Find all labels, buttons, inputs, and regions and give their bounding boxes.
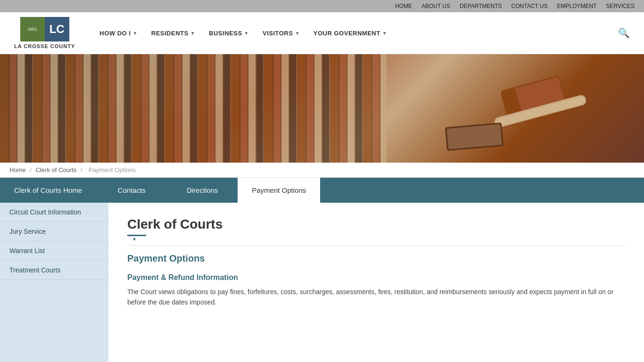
breadcrumb: Home / Clerk of Courts / Payment Options <box>0 163 644 178</box>
section-nav-clerk-home[interactable]: Clerk of Courts Home <box>0 178 96 203</box>
search-button[interactable]: 🔍 <box>618 27 630 39</box>
sidebar-item-jury-service[interactable]: Jury Service <box>0 222 108 241</box>
topbar-home[interactable]: HOME <box>395 3 412 9</box>
logo-initials: LC <box>45 17 69 41</box>
sidebar: Circuit Court Information Jury Service W… <box>0 203 108 362</box>
hero-gavel <box>418 64 606 158</box>
nav-residents[interactable]: RESIDENTS ▼ <box>146 26 201 41</box>
nav-business[interactable]: BUSINESS ▼ <box>203 26 255 41</box>
subsection-title: Payment & Refund Information <box>127 273 625 282</box>
hero-image <box>0 54 644 163</box>
section-nav-payment-options[interactable]: Payment Options <box>238 178 320 203</box>
nav-your-government[interactable]: YOUR GOVERNMENT ▼ <box>308 26 393 41</box>
top-bar: HOME ABOUT US DEPARTMENTS CONTACT US EMP… <box>0 0 644 12</box>
search-icon: 🔍 <box>618 28 630 38</box>
logo-green: 1851 <box>20 17 45 41</box>
breadcrumb-sep-2: / <box>81 166 84 173</box>
topbar-about[interactable]: ABOUT US <box>421 3 450 9</box>
chevron-down-icon: ▼ <box>190 31 195 36</box>
topbar-employment[interactable]: EMPLOYMENT <box>557 3 597 9</box>
sidebar-item-treatment-courts[interactable]: Treatment Courts <box>0 261 108 280</box>
chevron-down-icon: ▼ <box>132 31 137 36</box>
section-nav-directions[interactable]: Directions <box>167 178 238 203</box>
breadcrumb-clerk[interactable]: Clerk of Courts <box>36 166 77 173</box>
section-title: Payment Options <box>127 253 625 264</box>
section-divider-top <box>127 246 625 246</box>
title-underline <box>127 235 146 236</box>
logo-year: 1851 <box>28 27 37 32</box>
topbar-contact[interactable]: CONTACT US <box>512 3 548 9</box>
sidebar-item-circuit-court[interactable]: Circuit Court Information <box>0 203 108 222</box>
page-title: Clerk of Courts <box>127 217 625 232</box>
nav-visitors[interactable]: VISITORS ▼ <box>257 26 305 41</box>
section-nav-contacts[interactable]: Contacts <box>96 178 167 203</box>
chevron-down-icon: ▼ <box>244 31 249 36</box>
main-nav: HOW DO I ▼ RESIDENTS ▼ BUSINESS ▼ VISITO… <box>94 26 630 41</box>
nav-how-do-i[interactable]: HOW DO I ▼ <box>94 26 143 41</box>
sidebar-item-warrant-list[interactable]: Warrant List <box>0 241 108 261</box>
logo-name: LA CROSSE COUNTY <box>14 43 75 49</box>
breadcrumb-sep-1: / <box>30 166 33 173</box>
section-nav: Clerk of Courts Home Contacts Directions… <box>0 178 644 203</box>
content-wrapper: Circuit Court Information Jury Service W… <box>0 203 644 362</box>
topbar-services[interactable]: SERVICES <box>606 3 635 9</box>
hero-books-bg <box>0 54 387 163</box>
logo-area[interactable]: 1851 LC LA CROSSE COUNTY <box>14 17 75 49</box>
header: 1851 LC LA CROSSE COUNTY HOW DO I ▼ RESI… <box>0 12 644 54</box>
logo-box: 1851 LC <box>20 17 69 41</box>
breadcrumb-current: Payment Options <box>89 166 136 173</box>
chevron-down-icon: ▼ <box>295 31 299 36</box>
chevron-down-icon: ▼ <box>382 31 387 36</box>
breadcrumb-home[interactable]: Home <box>9 166 26 173</box>
content-text: The Court views obligations to pay fines… <box>127 287 625 308</box>
main-content: Clerk of Courts Payment Options Payment … <box>108 203 644 362</box>
topbar-departments[interactable]: DEPARTMENTS <box>460 3 502 9</box>
